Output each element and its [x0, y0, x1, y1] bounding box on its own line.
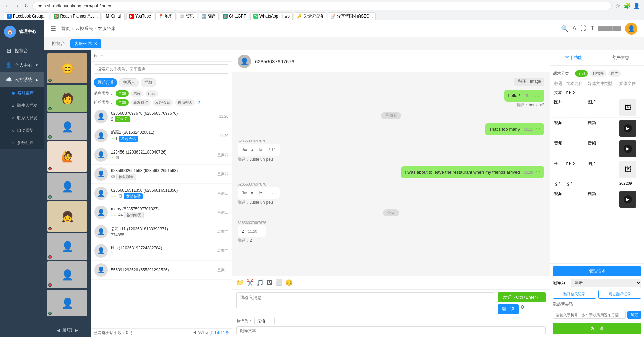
menu-toggle-icon[interactable]: ☰ — [50, 25, 56, 32]
sidebar-item-params[interactable]: ≡ 参数配置 — [0, 137, 44, 149]
final-send-button[interactable]: 发 送 — [553, 323, 641, 334]
filter-contacts[interactable]: 联系人 — [119, 78, 139, 87]
user-avatar[interactable]: 👤 — [625, 23, 637, 35]
tab-seo[interactable]: 📝 分享些国外的SEO... — [328, 12, 376, 20]
tab-keywords[interactable]: 🔑 关键词话语 — [294, 12, 326, 20]
music-icon[interactable]: 🎵 — [256, 279, 264, 287]
tab-customer-info[interactable]: 客户信息 — [597, 50, 644, 65]
refresh-icon[interactable]: ↻ — [94, 53, 98, 59]
tab-common-functions[interactable]: 常用功能 — [550, 50, 597, 65]
avatar-item-4[interactable]: 🙋 — [47, 141, 87, 172]
tab-whatsapp[interactable]: W WhatsApp - Hwb — [250, 12, 293, 20]
script-row-5[interactable]: 全 hello 图片 🖼 — [553, 160, 641, 179]
contact-item-4[interactable]: 👤 62856002651563 (62856002651563) 🖼 被动聊天… — [91, 165, 232, 184]
tab-close-icon[interactable]: ✕ — [94, 41, 97, 46]
manage-scripts-button[interactable]: 管理话术 — [553, 266, 641, 276]
folder-icon[interactable]: 📁 — [236, 279, 244, 287]
help-icon[interactable]: ? — [197, 100, 200, 105]
expand-icon[interactable]: ⛶ — [580, 25, 586, 32]
tab-news[interactable]: 📰 资讯 — [177, 12, 197, 20]
contact-item-6[interactable]: 👤 marry (628575997701327) ✓✓ 44 被动聊天 星期四 — [91, 203, 232, 222]
history-translate-button[interactable]: 历史翻译记录 — [598, 290, 642, 299]
back-button[interactable]: ← — [4, 3, 11, 9]
tab-service-active[interactable]: 客服坐席 ✕ — [70, 39, 101, 48]
script-tag-domestic[interactable]: 国内 — [608, 70, 621, 77]
contact-item-8[interactable]: 👤 bbb (120363192724382784) 1 星期二 — [91, 241, 232, 261]
emoji-icon[interactable]: 😊 — [285, 279, 293, 287]
tab-maps[interactable]: 📍 地图 — [155, 12, 176, 20]
search-input[interactable] — [94, 64, 229, 74]
translate-button[interactable]: 翻 译 — [498, 304, 519, 314]
sidebar-item-profile[interactable]: 👤 个人中心 ▼ — [0, 58, 44, 72]
msg-type-read[interactable]: 已读 — [145, 90, 158, 97]
tab-chatgpt[interactable]: 🤖 ChatGPT — [220, 12, 249, 20]
avatar-item-7[interactable]: 👤 — [47, 233, 87, 260]
chat-more-icon[interactable]: ⋮ — [538, 57, 544, 65]
cut-icon[interactable]: ✂️ — [246, 279, 254, 287]
sidebar-item-stranger[interactable]: ≡ 陌生人群发 — [0, 99, 44, 112]
tab-reach[interactable]: 🎯 Reach Planner Acc... — [51, 12, 101, 20]
contact-item-2[interactable]: 👤 屿磊1 (8615324020811) ✓ 1 发起会话 11:20 — [91, 126, 232, 145]
prev-page-btn[interactable]: ◀ 第1页 — [193, 330, 208, 336]
script-row-3[interactable]: 视频 视频 ▶ — [553, 119, 641, 138]
text-icon[interactable]: T — [591, 25, 594, 32]
script-tag-all[interactable]: 全部 — [575, 70, 588, 77]
tab-youtube[interactable]: ▶ YouTube — [126, 12, 154, 20]
contact-item-3[interactable]: 👤 123456 (12036321188040726) ✓ 🖼 星期四 — [91, 145, 232, 165]
next-page-icon[interactable]: ▶ — [75, 328, 78, 333]
breadcrumb-cloud[interactable]: 云控系统 — [75, 26, 93, 32]
breadcrumb-home[interactable]: 首页 — [61, 26, 70, 32]
filter-recent[interactable]: 最近会话 — [94, 78, 117, 87]
tab-gmail[interactable]: M Gmail — [102, 12, 124, 20]
contact-item-5[interactable]: 👤 62856016511350 (62856016511350) ✓✓ 🖼 发… — [91, 184, 232, 203]
fan-type-passive[interactable]: 被动聊天 — [175, 99, 195, 106]
ai-icon[interactable]: A — [572, 25, 576, 32]
contact-item-9[interactable]: 👤 555391293526 (555391293526) 星期二 — [91, 261, 232, 280]
tab-facebook[interactable]: f Facebook Group... — [4, 12, 49, 20]
msg-type-all[interactable]: 全部 — [116, 90, 129, 97]
image-icon[interactable]: 🖼 — [266, 279, 273, 287]
extensions-button[interactable]: 🧩 — [624, 3, 631, 9]
sidebar-item-autoreply[interactable]: ○ 自动回复 — [0, 124, 44, 137]
sidebar-item-contacts[interactable]: ○ 联系人群发 — [0, 112, 44, 124]
page-nav[interactable]: ◀ 第1页 ▶ — [55, 326, 80, 334]
avatar-item-6[interactable]: 👧 — [47, 201, 87, 232]
script-tag-greet[interactable]: 打招呼 — [590, 70, 606, 77]
contact-item-1[interactable]: 👤 62856037697676 (62856037697676) 2 互换号 … — [91, 107, 232, 126]
sidebar-item-cloud[interactable]: ☁️ 云控系统 ▲ — [0, 72, 44, 87]
search-icon[interactable]: 🔍 — [561, 25, 568, 32]
fan-type-all[interactable]: 全部 — [116, 99, 129, 106]
script-row-7[interactable]: 视频 视频 ▶ — [553, 190, 641, 209]
prev-page-icon[interactable]: ◀ — [57, 328, 60, 333]
script-row-1[interactable]: 文本 hello — [553, 89, 641, 97]
send-button[interactable]: 发送（Ctrl+Enter） — [498, 292, 546, 302]
msg-type-unread[interactable]: 未读 — [131, 90, 143, 97]
filter-groups[interactable]: 群组 — [141, 78, 156, 87]
contact-item-7[interactable]: 👤 公司111 (12036318183393871) 774855 星期二 — [91, 222, 232, 241]
translate-input[interactable] — [236, 326, 546, 335]
avatar-item-5[interactable]: 👤 — [47, 173, 87, 200]
tab-translate[interactable]: 🔤 翻译 — [199, 12, 219, 20]
fan-type-started[interactable]: 发起会话 — [153, 99, 173, 106]
address-bar[interactable]: login.shandianyunkong.com/pub/index — [32, 2, 612, 10]
fan-type-new[interactable]: 新发粉丝 — [131, 99, 151, 106]
sidebar-item-console[interactable]: ⊞ 控制台 — [0, 43, 44, 58]
message-input[interactable] — [236, 292, 495, 309]
confirm-button[interactable]: 确定 — [627, 311, 641, 319]
bookmark-button[interactable]: ☆ — [614, 3, 621, 9]
screen-icon[interactable]: ⬜ — [275, 279, 283, 287]
sidebar-item-service[interactable]: 客服坐席 — [0, 87, 44, 99]
script-row-4[interactable]: 音频 音频 ▶ — [553, 139, 641, 159]
forward-button[interactable]: → — [13, 3, 20, 9]
new-chat-input[interactable] — [553, 311, 626, 319]
translate-lang-value[interactable]: 法语 — [254, 317, 275, 325]
translate-settings-icon[interactable]: ⚙ — [520, 304, 525, 314]
list-toggle-icon[interactable]: ≡ — [100, 53, 103, 59]
tab-console[interactable]: 控制台 — [48, 39, 69, 49]
translate-lang-select[interactable]: 法语 — [571, 279, 641, 287]
avatar-item-9[interactable]: 👤 — [47, 290, 87, 316]
avatar-item-2[interactable]: 🧑 — [47, 85, 87, 112]
avatar-item-1[interactable]: 😊 — [47, 53, 87, 83]
refresh-button[interactable]: ↻ — [23, 3, 30, 9]
script-row-2[interactable]: 图片 图片 🖼 — [553, 98, 641, 118]
